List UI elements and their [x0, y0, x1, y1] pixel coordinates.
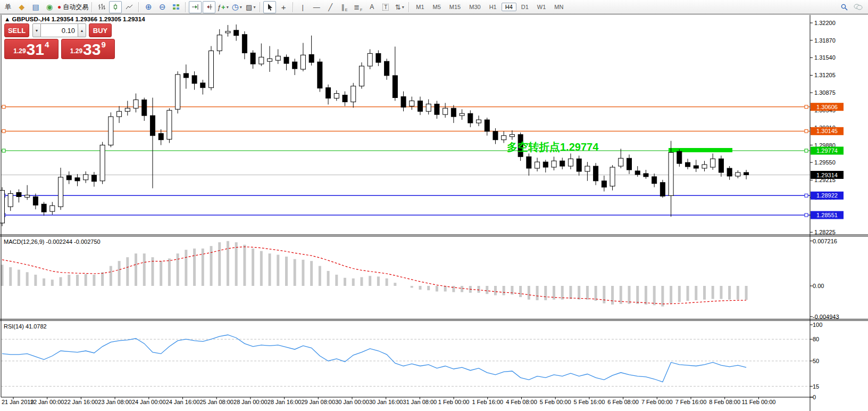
svg-text:7 Feb 00:00: 7 Feb 00:00 — [641, 399, 673, 405]
timeframe-button-H1[interactable]: H1 — [486, 3, 500, 11]
svg-text:29 Jan 08:00: 29 Jan 08:00 — [301, 399, 335, 405]
channel-icon: ∥ — [341, 3, 345, 11]
buy-price-box[interactable]: 1.29 33 9 — [61, 39, 115, 59]
text-button[interactable]: A — [365, 1, 378, 13]
svg-text:1.31205: 1.31205 — [814, 72, 836, 78]
clock-icon: ◷ — [232, 2, 239, 12]
svg-text:11 Feb 00:00: 11 Feb 00:00 — [741, 399, 775, 405]
svg-text:MACD(12,26,9) -0.002244 -0.002: MACD(12,26,9) -0.002244 -0.002750 — [4, 239, 101, 245]
svg-text:RSI(14) 41.0782: RSI(14) 41.0782 — [4, 323, 47, 330]
buy-price-main: 33 — [83, 42, 101, 57]
timeframe-button-D1[interactable]: D1 — [518, 3, 532, 11]
periods-button[interactable]: ◷▾ — [230, 1, 243, 13]
templates-button[interactable]: ▨▾ — [244, 1, 257, 13]
market-watch-icon[interactable]: ▤ — [29, 1, 42, 13]
svg-text:21 Jan 2019: 21 Jan 2019 — [2, 399, 34, 405]
sell-button[interactable]: SELL — [4, 23, 29, 37]
bar-chart-icon — [98, 3, 105, 11]
svg-text:100: 100 — [813, 322, 822, 328]
timeframe-button-H4[interactable]: H4 — [502, 3, 516, 11]
toolbar-separator — [185, 2, 186, 12]
tile-windows-button[interactable] — [170, 1, 182, 13]
svg-text:23 Jan 08:00: 23 Jan 08:00 — [98, 399, 132, 405]
svg-text:28 Jan 16:00: 28 Jan 16:00 — [268, 399, 302, 405]
svg-text:1.31870: 1.31870 — [814, 37, 836, 44]
svg-text:1.28551: 1.28551 — [816, 212, 838, 218]
sell-price-prefix: 1.29 — [13, 47, 26, 55]
one-click-trading-panel: SELL ▼ 0.10 ▲ BUY 1.29 31 4 1.29 33 9 — [4, 23, 115, 59]
svg-text:28 Jan 00:00: 28 Jan 00:00 — [233, 399, 268, 405]
indicators-button[interactable]: ƒ+▾ — [216, 1, 229, 13]
svg-text:1.32200: 1.32200 — [814, 20, 836, 26]
new-order-button[interactable]: 单 — [2, 1, 14, 13]
cursor-icon — [266, 3, 273, 11]
data-window-icon[interactable]: ◉ — [43, 1, 56, 13]
toolbar-separator — [260, 2, 261, 12]
toolbar-separator — [293, 2, 294, 12]
volume-decrease-button[interactable]: ▼ — [32, 23, 41, 37]
trend-line-button[interactable]: ╱ — [324, 1, 337, 13]
chevron-down-icon: ▾ — [227, 5, 229, 10]
svg-text:50: 50 — [813, 358, 819, 364]
chevron-down-icon: ▾ — [253, 5, 255, 10]
zoom-out-button[interactable]: ⊖ — [156, 1, 169, 13]
svg-text:30 Jan 00:00: 30 Jan 00:00 — [335, 399, 369, 405]
equidistant-channel-button[interactable]: ∥E — [338, 1, 350, 13]
line-chart-icon — [126, 3, 133, 11]
buy-button[interactable]: BUY — [89, 23, 112, 37]
chart-shift-button[interactable] — [203, 1, 215, 13]
svg-text:22 Jan 16:00: 22 Jan 16:00 — [64, 399, 98, 405]
chat-button[interactable] — [852, 1, 864, 13]
zoom-in-button[interactable]: ⊕ — [142, 1, 155, 13]
svg-text:6 Feb 08:00: 6 Feb 08:00 — [607, 399, 639, 405]
svg-text:8 Feb 08:00: 8 Feb 08:00 — [709, 399, 740, 405]
auto-scroll-icon — [191, 3, 199, 11]
svg-text:1.30875: 1.30875 — [814, 89, 836, 96]
candlestick-chart-icon — [112, 3, 119, 11]
timeframe-button-MN[interactable]: MN — [550, 3, 567, 11]
svg-text:5 Feb 16:00: 5 Feb 16:00 — [574, 399, 605, 405]
chart-shift-icon — [205, 3, 213, 11]
autotrading-status-icon: ● — [57, 3, 61, 11]
timeframe-button-M15[interactable]: M15 — [446, 3, 464, 11]
volume-input[interactable]: 0.10 — [41, 23, 78, 37]
arrows-icon: ⇅ — [395, 3, 401, 11]
timeframe-button-W1[interactable]: W1 — [533, 3, 550, 11]
cursor-button[interactable] — [263, 1, 276, 13]
svg-text:1 Feb 16:00: 1 Feb 16:00 — [472, 399, 503, 405]
autotrading-button[interactable]: ● 自动交易 — [57, 1, 89, 13]
svg-text:5 Feb 00:00: 5 Feb 00:00 — [540, 399, 571, 405]
horizontal-line-button[interactable]: — — [310, 1, 323, 13]
svg-text:多空转折点1.29774: 多空转折点1.29774 — [507, 141, 599, 153]
metaeditor-icon[interactable]: ◆ — [15, 1, 28, 13]
search-button[interactable] — [838, 1, 850, 13]
sell-price-main: 31 — [27, 42, 44, 57]
svg-text:25 Jan 08:00: 25 Jan 08:00 — [199, 399, 233, 405]
text-label-button[interactable]: T — [379, 1, 392, 13]
tile-windows-icon — [172, 3, 180, 11]
svg-text:4 Feb 08:00: 4 Feb 08:00 — [506, 399, 537, 405]
volume-increase-button[interactable]: ▲ — [78, 23, 86, 37]
timeframe-button-M5[interactable]: M5 — [429, 3, 445, 11]
toolbar-separator — [91, 2, 93, 12]
line-chart-button[interactable] — [123, 1, 136, 13]
timeframe-button-M1[interactable]: M1 — [412, 3, 428, 11]
indicators-icon: ƒ — [218, 3, 221, 11]
top-toolbar: 单 ◆ ▤ ◉ ● 自动交易 ⊕ ⊖ ƒ+▾ ◷▾ ▨▾ + | — ╱ — [0, 0, 868, 14]
vertical-line-button[interactable]: | — [296, 1, 309, 13]
candlestick-chart-button[interactable] — [109, 1, 122, 13]
svg-text:0.00: 0.00 — [813, 283, 824, 289]
timeframe-toolbar: M1M5M15M30H1H4D1W1MN — [412, 3, 567, 11]
sell-price-box[interactable]: 1.29 31 4 — [4, 39, 59, 59]
arrows-button[interactable]: ⇅▾ — [393, 1, 406, 13]
bar-chart-button[interactable] — [95, 1, 108, 13]
crosshair-button[interactable]: + — [277, 1, 290, 13]
svg-text:24 Jan 16:00: 24 Jan 16:00 — [166, 399, 200, 405]
chevron-down-icon: ▾ — [402, 5, 404, 10]
fibonacci-button[interactable]: ≣F — [352, 1, 364, 13]
search-icon — [840, 3, 848, 11]
svg-text:0.007216: 0.007216 — [813, 238, 837, 244]
chart-canvas[interactable]: 1.322001.318701.315401.312051.308751.305… — [0, 15, 868, 411]
auto-scroll-button[interactable] — [189, 1, 202, 13]
timeframe-button-M30[interactable]: M30 — [465, 3, 484, 11]
